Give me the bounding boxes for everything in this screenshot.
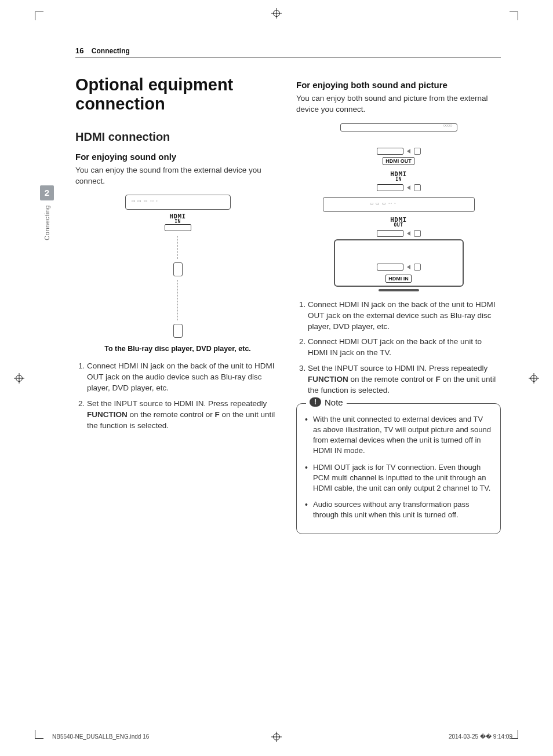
step-item: Connect HDMI IN jack on the back of the … [308, 300, 501, 333]
f-keyword: F [436, 375, 441, 384]
registration-mark-icon [271, 8, 282, 19]
page-title: Optional equipment connection [75, 75, 280, 114]
cable-line [177, 236, 178, 259]
hdmi-plug-icon [414, 184, 421, 191]
sound-only-heading: For enjoying sound only [75, 152, 280, 162]
running-header: 16 Connecting [75, 46, 501, 58]
hdmi-sub-text: IN [165, 220, 191, 224]
left-column: Optional equipment connection HDMI conne… [75, 75, 280, 534]
crop-mark [35, 12, 43, 20]
figure-caption: To the Blu-ray disc player, DVD player, … [104, 345, 251, 353]
f-keyword: F [215, 410, 220, 419]
external-device-graphic [340, 123, 457, 132]
hdmi-plug-icon [173, 262, 183, 276]
crop-mark [35, 730, 43, 739]
chapter-label: Connecting [43, 205, 50, 240]
cable-line [177, 280, 178, 320]
sound-picture-steps: Connect HDMI IN jack on the back of the … [296, 300, 501, 396]
unit-back-graphic: ▭ ▭ ▭ ◦◦ ◦ [125, 195, 231, 210]
hdmi-sound-only-figure: ▭ ▭ ▭ ◦◦ ◦ HDMI IN To the Blu-ray disc p… [75, 195, 280, 353]
step-item: Connect HDMI IN jack on the back of the … [87, 361, 280, 394]
hdmi-label: HDMI IN [165, 213, 191, 232]
hdmi-out-row [377, 230, 421, 237]
hdmi-in-row [377, 184, 421, 191]
hdmi-out-label-box: HDMI OUT [383, 157, 414, 165]
step-item: Connect HDMI OUT jack on the back of the… [308, 337, 501, 359]
hdmi-sound-picture-figure: HDMI OUT HDMI IN ▭ ▭ ▭ ◦◦ ◦ HDMI OUT [296, 123, 501, 291]
hdmi-jack-icon [377, 184, 403, 191]
hdmi-in-label-box: HDMI IN [385, 275, 412, 283]
hdmi-jack-icon [377, 230, 403, 237]
section-name: Connecting [92, 47, 130, 55]
page-number: 16 [75, 46, 83, 55]
note-list: With the unit connected to external devi… [305, 414, 492, 521]
hdmi-in-row [341, 264, 457, 271]
hdmi-plug-icon [173, 324, 183, 338]
arrow-left-icon [407, 149, 410, 154]
function-keyword: FUNCTION [87, 410, 128, 419]
note-tag: ! Note [306, 397, 347, 407]
hdmi-out-label: HDMI OUT [390, 217, 407, 228]
print-footer: NB5540-NE_DUSALLB_ENG.indd 16 2014-03-25… [52, 733, 512, 740]
arrow-left-icon [407, 231, 410, 236]
note-item: Audio sources without any transformation… [305, 499, 492, 520]
hdmi-plug-icon [414, 264, 421, 271]
unit-back-graphic: ▭ ▭ ▭ ◦◦ ◦ [323, 197, 475, 212]
note-box: ! Note With the unit connected to extern… [296, 403, 501, 534]
file-reference: NB5540-NE_DUSALLB_ENG.indd 16 [52, 733, 149, 740]
chapter-tab: 2 Connecting [39, 185, 55, 242]
hdmi-plug-icon [414, 148, 421, 155]
hdmi-sub-text: IN [390, 177, 407, 182]
sound-picture-heading: For enjoying both sound and picture [296, 80, 501, 90]
hdmi-sub-text: OUT [390, 223, 407, 228]
step-item: Set the INPUT source to HDMI IN. Press r… [308, 363, 501, 396]
arrow-left-icon [407, 185, 410, 190]
function-keyword: FUNCTION [308, 375, 348, 384]
sound-only-intro: You can enjoy the sound from the externa… [75, 165, 280, 187]
arrow-left-icon [407, 265, 410, 269]
step-item: Set the INPUT source to HDMI IN. Press r… [87, 399, 280, 432]
hdmi-jack-icon [377, 264, 403, 271]
right-column: For enjoying both sound and picture You … [296, 75, 501, 534]
hdmi-connection-heading: HDMI connection [75, 130, 280, 144]
tv-stand-graphic [379, 289, 419, 291]
note-item: HDMI OUT jack is for TV connection. Even… [305, 462, 492, 494]
sound-picture-intro: You can enjoy both sound and picture fro… [296, 93, 501, 115]
hdmi-out-row [377, 148, 421, 155]
page-content: 2 Connecting 16 Connecting Optional equi… [75, 46, 501, 710]
hdmi-in-label: HDMI IN [390, 171, 407, 182]
note-label: Note [325, 397, 343, 407]
registration-mark-icon [529, 373, 539, 384]
hdmi-jack-icon [377, 148, 403, 155]
sound-only-steps: Connect HDMI IN jack on the back of the … [75, 361, 280, 431]
tv-graphic: HDMI IN [334, 239, 464, 287]
print-timestamp: 2014-03-25 �� 9:14:09 [449, 733, 512, 740]
note-icon: ! [310, 397, 321, 407]
hdmi-jack-icon [165, 224, 191, 231]
chapter-number-badge: 2 [40, 185, 54, 200]
note-item: With the unit connected to external devi… [305, 414, 492, 456]
hdmi-plug-icon [414, 230, 421, 237]
registration-mark-icon [14, 373, 24, 384]
crop-mark [510, 12, 518, 20]
